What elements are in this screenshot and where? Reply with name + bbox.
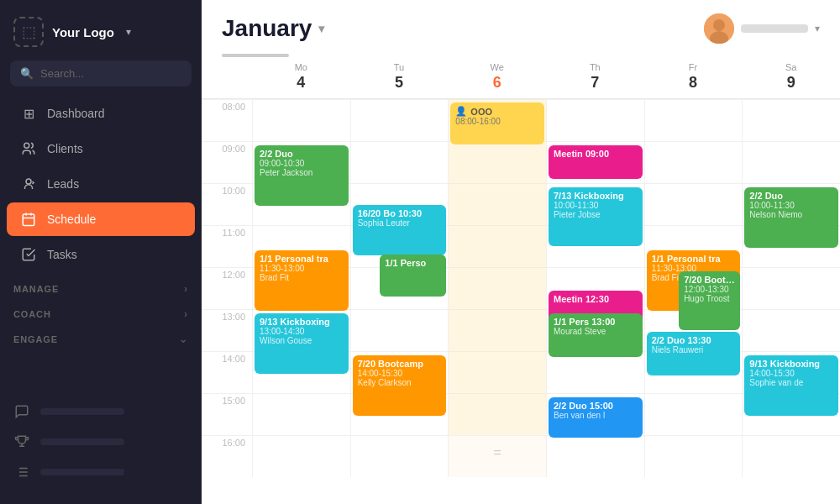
event-fr-bootcamp[interactable]: 7/20 Bootcamp 12:00-13:30 Hugo Troost bbox=[679, 271, 740, 330]
section-manage[interactable]: MANAGE › bbox=[0, 273, 202, 298]
calendar-header: Mo 4 Tu 5 We 6 Th 7 Fr 8 Sa 9 bbox=[202, 57, 840, 99]
month-dropdown-icon[interactable]: ▾ bbox=[318, 22, 324, 35]
time-1500: 15:00 bbox=[202, 393, 252, 435]
bottom-item-trophy[interactable] bbox=[0, 427, 202, 457]
nav-label-dashboard: Dashboard bbox=[47, 107, 105, 120]
day-header-tu: Tu 5 bbox=[350, 57, 449, 98]
bottom-item-list[interactable] bbox=[0, 457, 202, 487]
nav-label-leads: Leads bbox=[47, 177, 79, 191]
tasks-icon bbox=[20, 246, 37, 263]
nav-label-clients: Clients bbox=[47, 142, 83, 155]
section-engage[interactable]: ENGAGE ⌄ bbox=[0, 323, 202, 349]
day-header-mo: Mo 4 bbox=[252, 57, 350, 98]
nav-label-schedule: Schedule bbox=[47, 213, 96, 226]
event-th-meeting1[interactable]: Meetin 09:00 bbox=[549, 145, 643, 179]
search-bar[interactable]: 🔍 Search... bbox=[10, 60, 192, 87]
trophy-icon bbox=[13, 433, 30, 450]
time-0800: 08:00 bbox=[202, 99, 252, 141]
search-icon: 🔍 bbox=[20, 67, 34, 80]
manage-chevron-icon: › bbox=[184, 283, 188, 295]
event-th-personal[interactable]: 1/1 Pers 13:00 Mourad Steve bbox=[549, 313, 643, 357]
person-icon: 👤 bbox=[455, 106, 467, 117]
svg-rect-2 bbox=[23, 214, 34, 226]
event-fr-duo[interactable]: 2/2 Duo 13:30 Niels Rauweri bbox=[647, 332, 741, 375]
user-name-bar bbox=[741, 24, 808, 33]
day-header-sa: Sa 9 bbox=[742, 57, 840, 98]
event-we-ooo[interactable]: 👤 OOO 08:00-16:00 bbox=[450, 102, 544, 144]
time-1000: 10:00 bbox=[202, 183, 252, 225]
event-sa-kickboxing[interactable]: 9/13 Kickboxing 14:00-15:30 Sophie van d… bbox=[744, 355, 838, 416]
coach-chevron-icon: › bbox=[184, 308, 188, 320]
logo-dropdown-icon[interactable]: ▾ bbox=[126, 26, 131, 38]
nav-item-dashboard[interactable]: ⊞ Dashboard bbox=[7, 97, 195, 130]
svg-point-13 bbox=[713, 19, 725, 31]
day-header-fr: Fr 8 bbox=[644, 57, 743, 98]
time-grid: 08:00 09:00 10:00 11:00 12:00 13:00 14:0… bbox=[202, 99, 840, 477]
time-1100: 11:00 bbox=[202, 225, 252, 267]
engage-chevron-icon: ⌄ bbox=[179, 333, 188, 345]
dashboard-icon: ⊞ bbox=[20, 105, 37, 122]
time-1400: 14:00 bbox=[202, 351, 252, 393]
time-1600: 16:00 bbox=[202, 435, 252, 477]
logo-text: Your Logo bbox=[52, 25, 114, 39]
event-th-kickboxing[interactable]: 7/13 Kickboxing 10:00-11:30 Pieter Jobse bbox=[549, 187, 643, 246]
chat-icon bbox=[13, 403, 30, 420]
clients-icon bbox=[20, 140, 37, 157]
time-1200: 12:00 bbox=[202, 267, 252, 309]
time-header-empty bbox=[202, 57, 252, 98]
user-avatar[interactable] bbox=[704, 13, 734, 44]
event-tu-personal[interactable]: 1/1 Perso bbox=[380, 255, 446, 297]
header-right: ▾ bbox=[704, 13, 820, 44]
user-dropdown-icon[interactable]: ▾ bbox=[815, 23, 820, 34]
day-col-fr: 1/1 Personal tra 11:30-13:00 Brad Fit 7/… bbox=[644, 99, 743, 477]
nav-item-schedule[interactable]: Schedule bbox=[7, 202, 195, 236]
we-bottom-icon: = bbox=[493, 445, 501, 460]
event-sa-duo[interactable]: 2/2 Duo 10:00-11:30 Nelson Niemo bbox=[744, 187, 838, 248]
day-col-th: Meetin 09:00 7/13 Kickboxing 10:00-11:30… bbox=[546, 99, 644, 477]
event-tu-bootcamp2[interactable]: 7/20 Bootcamp 14:00-15:30 Kelly Clarkson bbox=[353, 355, 447, 416]
event-mo-personal[interactable]: 1/1 Personal tra 11:30-13:00 Brad Fit bbox=[255, 250, 349, 311]
nav-item-clients[interactable]: Clients bbox=[7, 132, 195, 165]
logo-box: ⬚ bbox=[13, 17, 44, 47]
day-header-th: Th 7 bbox=[546, 57, 644, 98]
main-content: January ▾ ▾ Mo 4 Tu 5 bbox=[202, 0, 840, 504]
bottom-item-chat[interactable] bbox=[0, 396, 202, 427]
event-tu-bootcamp[interactable]: 16/20 Bo 10:30 Sophia Leuter bbox=[353, 205, 447, 255]
svg-point-0 bbox=[24, 143, 29, 148]
list-bar bbox=[40, 469, 124, 475]
sidebar-bottom bbox=[0, 390, 202, 494]
time-0900: 09:00 bbox=[202, 141, 252, 183]
month-label: January bbox=[222, 15, 312, 42]
section-coach[interactable]: COACH › bbox=[0, 298, 202, 323]
list-icon bbox=[13, 464, 30, 480]
schedule-icon bbox=[20, 211, 37, 228]
logo-area[interactable]: ⬚ Your Logo ▾ bbox=[0, 10, 202, 60]
chat-bar bbox=[40, 408, 124, 415]
day-col-tu: 16/20 Bo 10:30 Sophia Leuter 1/1 Perso 7… bbox=[350, 99, 449, 477]
day-header-we: We 6 bbox=[448, 57, 546, 98]
header: January ▾ ▾ bbox=[202, 0, 840, 57]
event-mo-kickboxing[interactable]: 9/13 Kickboxing 13:00-14:30 Wilson Gouse bbox=[255, 313, 349, 374]
time-grid-scroll[interactable]: 08:00 09:00 10:00 11:00 12:00 13:00 14:0… bbox=[202, 99, 840, 504]
month-title: January ▾ bbox=[222, 15, 324, 42]
time-column: 08:00 09:00 10:00 11:00 12:00 13:00 14:0… bbox=[202, 99, 252, 477]
mo-slot-0 bbox=[253, 99, 350, 141]
header-top: January ▾ ▾ bbox=[222, 13, 820, 44]
nav-item-leads[interactable]: Leads bbox=[7, 167, 195, 201]
svg-point-1 bbox=[26, 179, 31, 184]
day-col-sa: 2/2 Duo 10:00-11:30 Nelson Niemo 9/13 Ki… bbox=[742, 99, 840, 477]
ooo-background bbox=[449, 99, 546, 435]
nav-label-tasks: Tasks bbox=[47, 248, 77, 261]
day-col-we: 👤 OOO 08:00-16:00 = bbox=[448, 99, 546, 477]
nav-item-tasks[interactable]: Tasks bbox=[7, 238, 195, 271]
event-th-duo[interactable]: 2/2 Duo 15:00 Ben van den l bbox=[549, 397, 643, 438]
trophy-bar bbox=[40, 438, 124, 445]
leads-icon bbox=[20, 176, 37, 192]
event-mo-duo[interactable]: 2/2 Duo 09:00-10:30 Peter Jackson bbox=[255, 145, 349, 206]
time-1300: 13:00 bbox=[202, 309, 252, 351]
day-col-mo: 2/2 Duo 09:00-10:30 Peter Jackson 1/1 Pe… bbox=[252, 99, 350, 477]
calendar: Mo 4 Tu 5 We 6 Th 7 Fr 8 Sa 9 bbox=[202, 57, 840, 504]
search-placeholder: Search... bbox=[40, 67, 84, 80]
sidebar: ⬚ Your Logo ▾ 🔍 Search... ⊞ Dashboard Cl… bbox=[0, 0, 202, 504]
